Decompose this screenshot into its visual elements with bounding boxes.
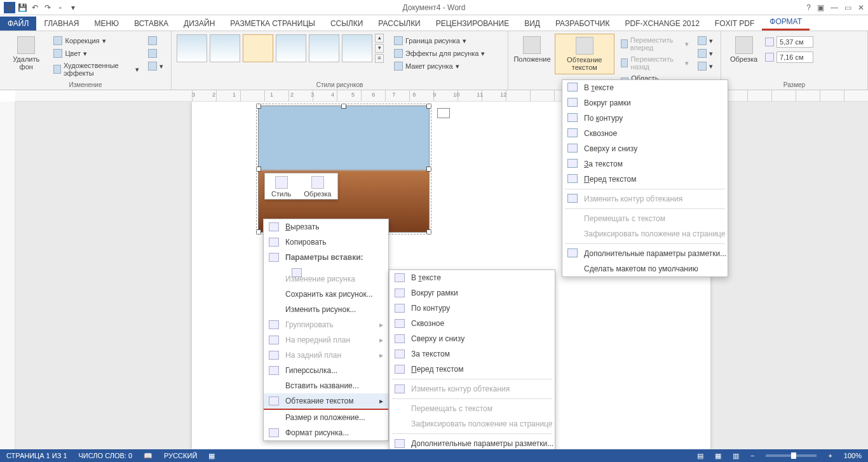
tab-file[interactable]: ФАЙЛ xyxy=(0,17,36,31)
dd-wrap-through[interactable]: Сквозное xyxy=(562,126,728,141)
compress-icon[interactable] xyxy=(146,35,166,46)
zoom-level[interactable]: 100% xyxy=(844,452,862,459)
dd-wrap-square[interactable]: Вокруг рамки xyxy=(562,95,728,111)
remove-background-button[interactable]: Удалить фон xyxy=(5,34,47,73)
position-button[interactable]: Положение xyxy=(513,34,551,65)
ctx-save-as-picture[interactable]: Сохранить как рисунок... xyxy=(264,287,388,302)
status-proofing-icon[interactable]: 📖 xyxy=(144,452,153,460)
style-thumb[interactable] xyxy=(276,34,306,62)
rotate-icon[interactable]: ▾ xyxy=(695,60,715,72)
ctx-paste-option-1[interactable] xyxy=(264,265,388,271)
picture-effects-button[interactable]: Эффекты для рисунка ▾ xyxy=(391,48,487,59)
bring-forward-button[interactable]: Переместить вперед ▾ xyxy=(618,35,691,53)
tab-review[interactable]: РЕЦЕНЗИРОВАНИЕ xyxy=(428,17,517,31)
view-print-icon[interactable]: ▦ xyxy=(715,452,721,460)
ctx-size-position[interactable]: Размер и положение... xyxy=(264,410,388,425)
view-read-icon[interactable]: ▤ xyxy=(697,452,703,460)
status-language[interactable]: РУССКИЙ xyxy=(164,452,197,459)
mini-style-button[interactable]: Стиль xyxy=(265,173,297,199)
redo-icon[interactable]: ↷ xyxy=(42,2,53,13)
mini-crop-button[interactable]: Обрезка xyxy=(297,173,337,199)
dd-wrap-more-options[interactable]: Дополнительные параметры разметки... xyxy=(562,246,728,261)
width-input[interactable]: 7,16 см xyxy=(776,51,813,63)
reset-picture-icon[interactable]: ▾ xyxy=(146,60,166,72)
wrap-square[interactable]: Вокруг рамки xyxy=(390,285,555,301)
zoom-in-icon[interactable]: + xyxy=(828,452,832,459)
tab-menu[interactable]: Меню xyxy=(86,17,126,31)
new-icon[interactable]: ▫ xyxy=(55,2,66,13)
ctx-format-picture[interactable]: Формат рисунка... xyxy=(264,425,388,440)
restore-icon[interactable]: ▭ xyxy=(844,3,851,12)
wrap-text-button[interactable]: Обтекание текстом xyxy=(555,34,614,74)
height-input[interactable]: 5,37 см xyxy=(776,36,813,48)
dd-wrap-behind[interactable]: За текстом xyxy=(562,156,728,172)
style-thumb[interactable] xyxy=(177,34,207,62)
tab-foxit[interactable]: Foxit PDF xyxy=(707,17,762,31)
wrap-front[interactable]: Перед текстом xyxy=(390,362,555,377)
vertical-ruler[interactable] xyxy=(0,102,15,449)
status-page[interactable]: СТРАНИЦА 1 ИЗ 1 xyxy=(6,452,67,459)
zoom-slider[interactable] xyxy=(766,454,817,457)
wrap-top-bottom[interactable]: Сверху и снизу xyxy=(390,331,555,346)
wrap-through[interactable]: Сквозное xyxy=(390,316,555,331)
dd-wrap-top-bottom[interactable]: Сверху и снизу xyxy=(562,141,728,156)
close-icon[interactable]: ✕ xyxy=(858,3,864,12)
artistic-effects-button[interactable]: Художественные эффекты ▾ xyxy=(51,60,142,78)
status-word-count[interactable]: ЧИСЛО СЛОВ: 0 xyxy=(79,452,133,459)
corrections-button[interactable]: Коррекция ▾ xyxy=(51,35,142,46)
tab-mailings[interactable]: РАССЫЛКИ xyxy=(370,17,428,31)
gallery-down-icon[interactable]: ▾ xyxy=(375,44,384,53)
tab-references[interactable]: ССЫЛКИ xyxy=(323,17,370,31)
dd-wrap-set-default[interactable]: Сделать макетом по умолчанию xyxy=(562,261,728,276)
tab-view[interactable]: ВИД xyxy=(517,17,548,31)
horizontal-ruler[interactable]: 321123456789101112 xyxy=(15,90,868,102)
tab-home[interactable]: ГЛАВНАЯ xyxy=(36,17,86,31)
selected-picture[interactable] xyxy=(258,105,430,233)
style-thumb[interactable] xyxy=(342,34,372,62)
view-web-icon[interactable]: ▥ xyxy=(733,452,739,460)
picture-style-gallery[interactable]: ▴ ▾ ≡ xyxy=(177,34,384,63)
picture-border-button[interactable]: Граница рисунка ▾ xyxy=(391,35,487,46)
tab-layout[interactable]: РАЗМЕТКА СТРАНИЦЫ xyxy=(222,17,323,31)
ctx-copy[interactable]: Копировать xyxy=(264,234,388,250)
color-button[interactable]: Цвет ▾ xyxy=(51,48,142,59)
style-thumb[interactable] xyxy=(243,34,273,62)
tab-pdfxchange[interactable]: PDF-XCHANGE 2012 xyxy=(617,17,707,31)
crop-button[interactable]: Обрезка xyxy=(726,34,761,65)
style-thumb[interactable] xyxy=(210,34,240,62)
picture-layout-button[interactable]: Макет рисунка ▾ xyxy=(391,60,487,72)
minimize-icon[interactable]: ― xyxy=(831,3,838,12)
status-macro-icon[interactable]: ▦ xyxy=(208,452,215,460)
ctx-wrap-text[interactable]: Обтекание текстом▸ xyxy=(264,393,388,410)
wrap-more-options[interactable]: Дополнительные параметры разметки... xyxy=(390,436,555,449)
dd-wrap-inline[interactable]: В тексте xyxy=(562,80,728,95)
ctx-edit-picture[interactable]: Изменить рисунок... xyxy=(264,302,388,317)
undo-icon[interactable]: ↶ xyxy=(29,2,41,13)
ctx-insert-caption[interactable]: Вставить название... xyxy=(264,378,388,393)
dd-wrap-front[interactable]: Перед текстом xyxy=(562,172,728,187)
save-icon[interactable]: 💾 xyxy=(17,2,28,13)
document-area[interactable]: Стиль Обрезка Вырезать Копировать Параме… xyxy=(15,102,868,449)
qat-more-icon[interactable]: ▾ xyxy=(67,2,79,13)
tab-insert[interactable]: ВСТАВКА xyxy=(126,17,176,31)
wrap-inline[interactable]: В тексте xyxy=(390,270,555,285)
wrap-behind[interactable]: За текстом xyxy=(390,346,555,362)
ribbon-display-icon[interactable]: ▣ xyxy=(817,3,824,12)
ctx-hyperlink[interactable]: Гиперссылка... xyxy=(264,363,388,378)
help-icon[interactable]: ? xyxy=(806,3,811,12)
gallery-up-icon[interactable]: ▴ xyxy=(375,34,384,43)
wrap-tight[interactable]: По контуру xyxy=(390,301,555,316)
layout-options-icon[interactable] xyxy=(437,108,450,118)
tab-developer[interactable]: РАЗРАБОТЧИК xyxy=(548,17,618,31)
zoom-out-icon[interactable]: − xyxy=(750,452,754,459)
tab-format[interactable]: ФОРМАТ xyxy=(762,15,810,31)
change-picture-icon[interactable] xyxy=(146,48,166,59)
gallery-more-icon[interactable]: ≡ xyxy=(375,54,384,63)
ctx-cut[interactable]: Вырезать xyxy=(264,219,388,234)
align-icon[interactable]: ▾ xyxy=(695,35,715,46)
tab-design[interactable]: ДИЗАЙН xyxy=(176,17,222,31)
group-icon[interactable]: ▾ xyxy=(695,48,715,59)
style-thumb[interactable] xyxy=(309,34,339,62)
dd-wrap-tight[interactable]: По контуру xyxy=(562,111,728,126)
send-backward-button[interactable]: Переместить назад ▾ xyxy=(618,54,691,72)
